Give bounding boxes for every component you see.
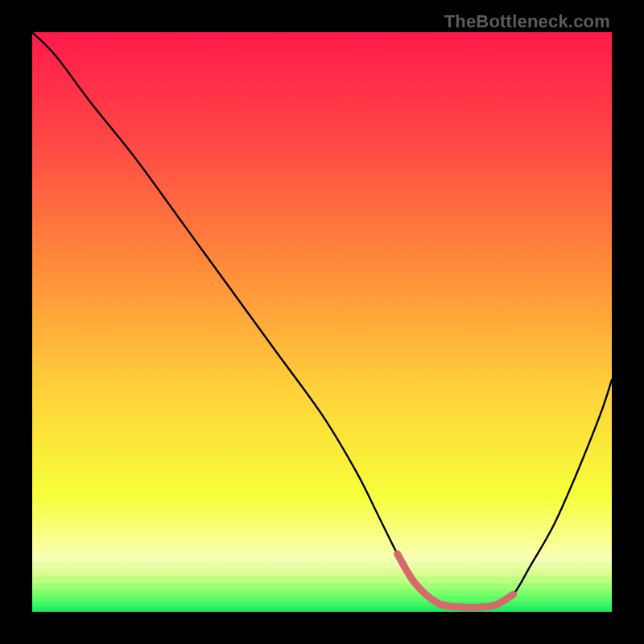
bottleneck-curve: [32, 32, 612, 612]
watermark-text: TheBottleneck.com: [444, 11, 610, 32]
plot-area: [32, 32, 612, 612]
chart-frame: TheBottleneck.com: [0, 0, 644, 644]
